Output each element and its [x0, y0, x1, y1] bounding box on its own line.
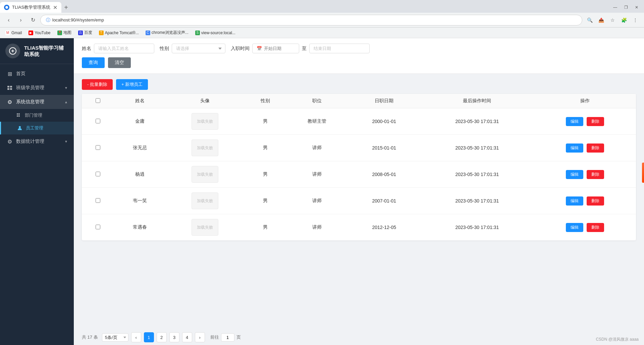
menu-icon[interactable]: ⋮ — [631, 15, 640, 25]
delete-button-3[interactable]: 删除 — [587, 196, 604, 206]
maximize-button[interactable]: ❐ — [621, 3, 631, 12]
page-jump-input[interactable] — [221, 333, 234, 342]
bookmark-gmail[interactable]: M Gmail — [4, 30, 23, 36]
stats-arrow-icon: ▾ — [65, 139, 67, 144]
row-hire-date: 2000-01-01 — [348, 108, 420, 135]
employee-table: 姓名 头像 性别 职位 日职日期 最后操作时间 操作 金庸 加载失败 男 — [82, 94, 636, 240]
bookmark-youtube[interactable]: ▶ YouTube — [27, 30, 52, 36]
url-bar[interactable]: ⓘ localhost:90/#/system/emp — [40, 15, 582, 25]
row-last-op: 2023-05-30 17:01:31 — [420, 135, 534, 161]
sidebar-item-stats[interactable]: ⚙ 数据统计管理 ▾ — [0, 134, 74, 149]
table-row: 金庸 加载失败 男 教研主管 2000-01-01 2023-05-30 17:… — [82, 108, 636, 135]
home-icon: ⊞ — [7, 71, 13, 77]
filter-action-row: 查询 清空 — [82, 57, 636, 68]
reload-button[interactable]: ↻ — [28, 15, 38, 25]
bookmark-star-icon[interactable]: ☆ — [608, 15, 617, 25]
delete-button-2[interactable]: 删除 — [587, 170, 604, 179]
delete-button-0[interactable]: 删除 — [587, 117, 604, 126]
bookmark-tomcat[interactable]: T Apache Tomcat®... — [98, 30, 140, 36]
scroll-hint — [642, 163, 644, 183]
logo-text: TLIAS智能学习辅助系统 — [24, 45, 68, 58]
forward-button[interactable]: › — [16, 15, 25, 25]
back-button[interactable]: ‹ — [4, 15, 13, 25]
edit-button-1[interactable]: 编辑 — [566, 143, 583, 153]
hire-date-filter-group: 入职时间 📅 至 — [231, 44, 370, 53]
close-window-button[interactable]: ✕ — [632, 3, 641, 12]
svg-rect-7 — [17, 115, 18, 117]
page-2-button[interactable]: 2 — [157, 332, 167, 342]
gender-filter-select[interactable]: 请选择 男 女 — [172, 44, 225, 53]
start-date-input[interactable] — [264, 46, 298, 51]
avatar-image: 加载失败 — [192, 219, 218, 236]
sidebar-item-dept[interactable]: 部门管理 — [0, 109, 74, 122]
sidebar-item-system[interactable]: ⚙ 系统信息管理 ▴ — [0, 95, 74, 109]
row-checkbox-2[interactable] — [96, 172, 100, 176]
row-checkbox-cell — [82, 214, 114, 241]
bulk-delete-button[interactable]: - 批量删除 — [82, 79, 113, 90]
bookmark-baidu-label: 百度 — [84, 30, 92, 36]
tab-close-button[interactable]: ✕ — [53, 4, 57, 11]
edit-button-3[interactable]: 编辑 — [566, 196, 583, 206]
row-checkbox-4[interactable] — [96, 225, 100, 229]
row-last-op: 2023-05-30 17:01:31 — [420, 188, 534, 214]
page-3-button[interactable]: 3 — [169, 332, 179, 342]
system-arrow-icon: ▴ — [65, 100, 67, 104]
row-checkbox-3[interactable] — [96, 198, 100, 203]
row-checkbox-0[interactable] — [96, 119, 100, 123]
active-tab[interactable]: TLIAS教学管理系统 ✕ — [0, 2, 61, 13]
sidebar-item-home[interactable]: ⊞ 首页 — [0, 67, 74, 81]
window-controls: — ❐ ✕ — [610, 3, 644, 12]
end-date-input[interactable] — [309, 44, 370, 53]
bookmark-chrome-label: chrome浏览器没声... — [152, 30, 189, 36]
select-all-checkbox[interactable] — [96, 98, 100, 103]
row-hire-date: 2008-05-01 — [348, 161, 420, 188]
clear-button[interactable]: 清空 — [108, 57, 131, 68]
bookmark-chrome-audio[interactable]: C chrome浏览器没声... — [144, 29, 190, 36]
minimize-button[interactable]: — — [610, 3, 620, 12]
search-icon[interactable]: 🔍 — [585, 15, 594, 25]
sidebar-item-emp[interactable]: 员工管理 — [0, 122, 74, 134]
edit-button-0[interactable]: 编辑 — [566, 117, 583, 126]
bookmark-view-source[interactable]: S view-source:local... — [194, 30, 237, 36]
row-checkbox-1[interactable] — [96, 145, 100, 150]
table-row: 张无忌 加载失败 男 讲师 2015-01-01 2023-05-30 17:0… — [82, 135, 636, 161]
gmail-icon: M — [5, 31, 10, 35]
system-icon: ⚙ — [7, 99, 13, 105]
gender-filter-label: 性别 — [160, 46, 169, 52]
page-size-select[interactable]: 5条/页 10条/页 20条/页 — [102, 333, 128, 342]
page-1-button[interactable]: 1 — [144, 332, 154, 342]
new-tab-button[interactable]: + — [61, 3, 71, 12]
bookmark-maps[interactable]: 📍 地图 — [56, 29, 73, 36]
extensions-icon[interactable]: 🧩 — [619, 15, 629, 25]
row-avatar: 加载失败 — [166, 108, 244, 135]
next-page-button[interactable]: › — [195, 332, 205, 342]
svg-rect-4 — [10, 88, 12, 90]
source-icon: S — [195, 31, 200, 35]
prev-page-button[interactable]: ‹ — [131, 332, 141, 342]
row-actions: 编辑 删除 — [534, 108, 636, 135]
tomcat-icon: T — [99, 31, 104, 35]
delete-button-4[interactable]: 删除 — [587, 223, 604, 232]
table-row: 常遇春 加载失败 男 讲师 2012-12-05 2023-05-30 17:0… — [82, 214, 636, 241]
row-avatar: 加载失败 — [166, 214, 244, 241]
filter-bar: 姓名 性别 请选择 男 女 入职时间 — [74, 38, 644, 74]
row-position: 讲师 — [286, 214, 348, 241]
bookmark-youtube-label: YouTube — [35, 31, 50, 35]
add-employee-button[interactable]: + 新增员工 — [116, 79, 148, 90]
delete-button-1[interactable]: 删除 — [587, 143, 604, 153]
name-filter-input[interactable] — [94, 44, 154, 53]
edit-button-2[interactable]: 编辑 — [566, 170, 583, 179]
table-row: 韦一笑 加载失败 男 讲师 2007-01-01 2023-05-30 17:0… — [82, 188, 636, 214]
query-button[interactable]: 查询 — [82, 57, 105, 68]
pagination: 共 17 条 5条/页 10条/页 20条/页 ‹ 1 2 3 4 › 前往 页 — [74, 328, 644, 345]
emp-label: 员工管理 — [26, 125, 43, 131]
page-4-button[interactable]: 4 — [182, 332, 192, 342]
sidebar-item-class[interactable]: 班级学员管理 ▾ — [0, 81, 74, 95]
svg-rect-3 — [7, 88, 9, 90]
profile-icon[interactable]: 📤 — [596, 15, 606, 25]
bookmark-baidu[interactable]: 百 百度 — [77, 29, 94, 36]
class-label: 班级学员管理 — [16, 85, 62, 91]
row-avatar: 加载失败 — [166, 188, 244, 214]
row-actions: 编辑 删除 — [534, 161, 636, 188]
edit-button-4[interactable]: 编辑 — [566, 223, 583, 232]
